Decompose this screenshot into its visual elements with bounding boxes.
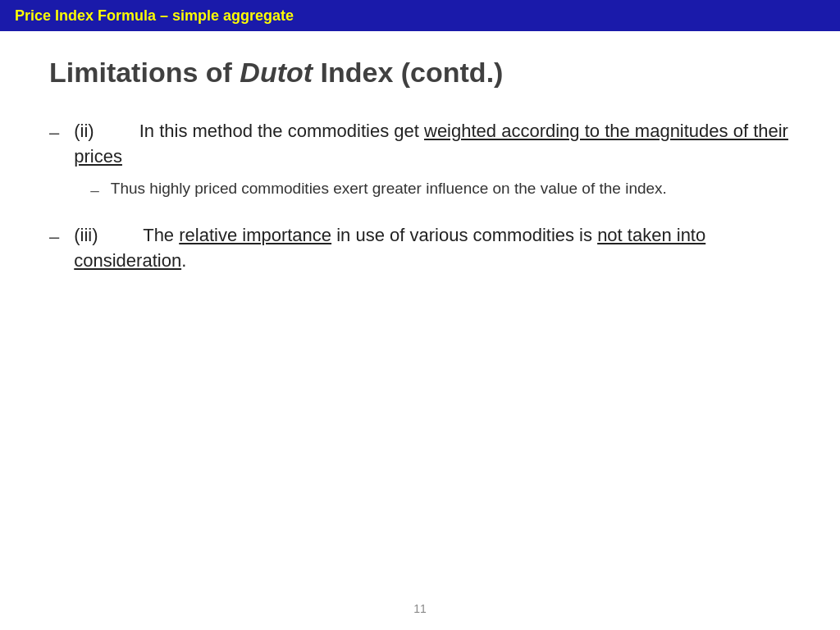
item-iii-text-after: . bbox=[181, 250, 186, 271]
bullet-dash: – bbox=[49, 121, 59, 146]
title-prefix: Limitations of bbox=[49, 57, 240, 88]
slide-title: Limitations of Dutot Index (contd.) bbox=[49, 56, 791, 89]
item-iii-label: (iii) bbox=[74, 225, 138, 245]
header-title: Price Index Formula – simple aggregate bbox=[15, 7, 294, 25]
header-bar: Price Index Formula – simple aggregate bbox=[0, 0, 840, 31]
sub-list-item: – Thus highly priced commodities exert g… bbox=[90, 177, 791, 202]
list-item-content: (ii) In this method the commodities get … bbox=[74, 119, 791, 205]
list-item: – (iii) The relative importance in use o… bbox=[49, 223, 791, 274]
item-iii-underlined: relative importance bbox=[179, 225, 331, 245]
item-ii-text-before: In this method the commodities get bbox=[139, 121, 424, 141]
page-number: 11 bbox=[413, 602, 427, 615]
item-iii-text-before: The bbox=[143, 225, 179, 245]
item-ii-label: (ii) bbox=[74, 121, 134, 141]
sub-bullet-dash: – bbox=[90, 179, 99, 202]
item-iii-text-middle: in use of various commodities is bbox=[331, 225, 597, 245]
bullet-dash: – bbox=[49, 225, 59, 250]
title-suffix: Index (contd.) bbox=[313, 57, 503, 88]
list-item-content: (iii) The relative importance in use of … bbox=[74, 223, 791, 274]
sub-list: – Thus highly priced commodities exert g… bbox=[90, 177, 791, 202]
list-item: – (ii) In this method the commodities ge… bbox=[49, 119, 791, 205]
title-italic: Dutot bbox=[240, 57, 313, 88]
main-list: – (ii) In this method the commodities ge… bbox=[49, 119, 791, 274]
sub-item-content: Thus highly priced commodities exert gre… bbox=[111, 177, 791, 200]
slide-content: Limitations of Dutot Index (contd.) – (i… bbox=[0, 31, 840, 325]
